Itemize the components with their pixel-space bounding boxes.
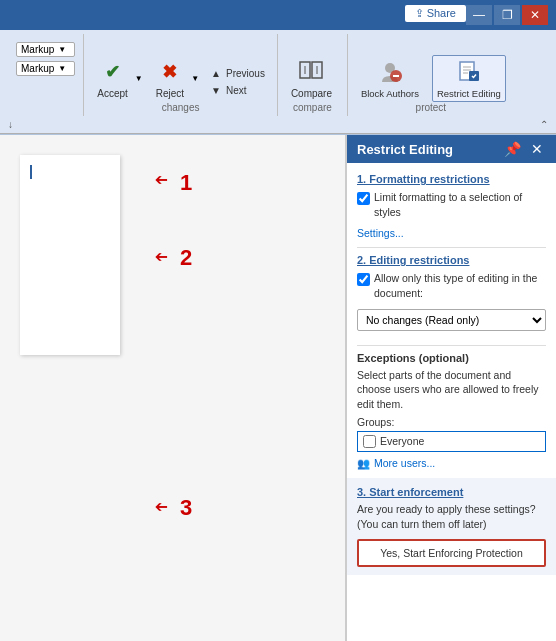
more-users-link[interactable]: 👥 More users... <box>357 457 546 470</box>
protect-group-label: protect <box>356 102 506 116</box>
compare-group-label: compare <box>286 102 339 116</box>
next-icon: ▼ <box>211 85 221 96</box>
ribbon-collapse-left: ↓ <box>8 119 13 130</box>
exceptions-title: Exceptions (optional) <box>357 352 546 364</box>
formatting-checkbox[interactable] <box>357 192 370 205</box>
title-bar: ⇪ Share — ❐ ✕ <box>0 0 556 30</box>
title-bar-controls: — ❐ ✕ <box>466 5 548 25</box>
document-area[interactable]: 1 ➔ 2 ➔ 3 ➔ <box>0 135 346 641</box>
formatting-checkbox-row: Limit formatting to a selection of style… <box>357 190 546 223</box>
settings-link[interactable]: Settings... <box>357 227 546 239</box>
enforcement-description: Are you ready to apply these settings? (… <box>357 502 546 531</box>
restrict-editing-panel: Restrict Editing 📌 ✕ 1. Formatting restr… <box>346 135 556 641</box>
divider-1 <box>357 247 546 248</box>
everyone-label: Everyone <box>380 435 424 447</box>
show-markup-dropdown-2[interactable]: Markup ▼ <box>16 61 75 76</box>
document-page <box>20 155 120 355</box>
reject-icon: ✖ <box>156 58 184 86</box>
next-button[interactable]: ▼ Next <box>207 83 269 98</box>
ribbon-collapse-right[interactable]: ⌃ <box>540 119 548 130</box>
more-users-label: More users... <box>374 457 435 469</box>
changes-group-label: changes <box>92 102 269 116</box>
enforcement-section: 3. Start enforcement Are you ready to ap… <box>347 478 556 575</box>
arrow2: ➔ <box>155 247 168 266</box>
compare-button[interactable]: Compare <box>286 55 337 102</box>
enforce-button[interactable]: Yes, Start Enforcing Protection <box>357 539 546 567</box>
compare-icon <box>297 58 325 86</box>
panel-title: Restrict Editing <box>357 142 453 157</box>
block-authors-icon <box>376 58 404 86</box>
panel-body: 1. Formatting restrictions Limit formatt… <box>347 163 556 641</box>
ribbon: Markup ▼ Markup ▼ ✔ Accept <box>0 30 556 135</box>
step1-label: 1 <box>180 170 192 196</box>
share-button[interactable]: ⇪ Share <box>405 5 466 22</box>
reject-dropdown[interactable]: ▼ <box>189 72 201 85</box>
everyone-row: Everyone <box>357 431 546 452</box>
editing-checkbox[interactable] <box>357 273 370 286</box>
panel-header-controls: 📌 ✕ <box>501 141 546 157</box>
restrict-editing-button[interactable]: Restrict Editing <box>432 55 506 102</box>
editing-checkbox-row: Allow only this type of editing in the d… <box>357 271 546 304</box>
maximize-button[interactable]: ❐ <box>494 5 520 25</box>
minimize-button[interactable]: — <box>466 5 492 25</box>
ribbon-bottom-bar: ↓ ⌃ <box>0 116 556 134</box>
markup-group-label <box>16 113 75 116</box>
previous-icon: ▲ <box>211 68 221 79</box>
previous-button[interactable]: ▲ Previous <box>207 66 269 81</box>
step2-label: 2 <box>180 245 192 271</box>
show-markup-dropdown-1[interactable]: Markup ▼ <box>16 42 75 57</box>
enforcement-title: 3. Start enforcement <box>357 486 546 498</box>
panel-close-button[interactable]: ✕ <box>528 141 546 157</box>
reject-button[interactable]: ✖ Reject <box>151 55 189 102</box>
editing-type-dropdown[interactable]: No changes (Read only) Tracked changes C… <box>357 309 546 331</box>
block-authors-button[interactable]: Block Authors <box>356 55 424 102</box>
panel-pin-button[interactable]: 📌 <box>501 141 524 157</box>
cursor <box>30 165 32 179</box>
formatting-checkbox-label: Limit formatting to a selection of style… <box>374 190 546 219</box>
panel-header: Restrict Editing 📌 ✕ <box>347 135 556 163</box>
groups-label: Groups: <box>357 416 546 428</box>
close-button[interactable]: ✕ <box>522 5 548 25</box>
divider-2 <box>357 345 546 346</box>
accept-button[interactable]: ✔ Accept <box>92 55 133 102</box>
formatting-title: 1. Formatting restrictions <box>357 173 546 185</box>
exceptions-section: Exceptions (optional) Select parts of th… <box>357 352 546 470</box>
editing-section: 2. Editing restrictions Allow only this … <box>357 254 546 338</box>
more-users-icon: 👥 <box>357 457 370 470</box>
exceptions-description: Select parts of the document and choose … <box>357 368 546 412</box>
step3-label: 3 <box>180 495 192 521</box>
restrict-editing-icon <box>455 58 483 86</box>
editing-title: 2. Editing restrictions <box>357 254 546 266</box>
arrow1: ➔ <box>155 170 168 189</box>
accept-dropdown[interactable]: ▼ <box>133 72 145 85</box>
main-area: 1 ➔ 2 ➔ 3 ➔ Restrict Editing 📌 ✕ 1. Form… <box>0 135 556 641</box>
everyone-checkbox[interactable] <box>363 435 376 448</box>
accept-icon: ✔ <box>99 58 127 86</box>
editing-checkbox-label: Allow only this type of editing in the d… <box>374 271 546 300</box>
arrow3: ➔ <box>155 497 168 516</box>
formatting-section: 1. Formatting restrictions Limit formatt… <box>357 173 546 239</box>
